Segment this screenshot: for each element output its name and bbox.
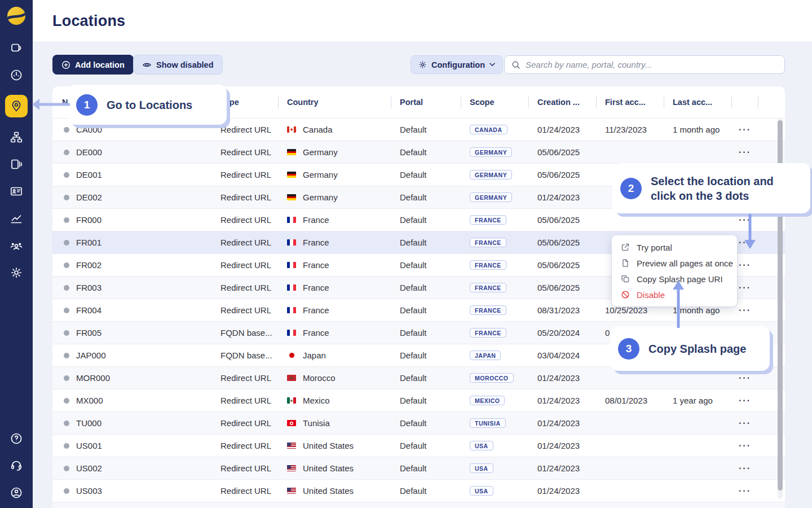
row-actions-button[interactable]: ··· (739, 373, 751, 383)
cell-country: Mexico (278, 396, 391, 405)
cell-type: Redirect URL (211, 260, 278, 270)
row-actions-button[interactable]: ··· (739, 125, 751, 134)
sidebar-nav-top (5, 41, 28, 280)
cell-first-access: 08/01/2023 (596, 396, 664, 405)
configuration-button[interactable]: Configuration (411, 55, 503, 74)
show-disabled-label: Show disabled (156, 60, 214, 69)
column-header-scope[interactable]: Scope (461, 86, 528, 118)
column-header-creation[interactable]: Creation ... (528, 86, 596, 118)
cell-country: United States (278, 486, 391, 496)
cell-name: MX000 (52, 396, 211, 405)
network-icon[interactable] (5, 130, 28, 144)
cell-country: France (278, 305, 391, 315)
settings-icon[interactable] (5, 265, 28, 280)
cell-scope: MOROCCO (461, 373, 528, 383)
table-row[interactable]: MX000Redirect URLMexicoDefaultMEXICO01/2… (52, 389, 785, 411)
row-actions-button[interactable]: ··· (739, 486, 751, 496)
scope-badge: USA (470, 486, 493, 496)
cell-portal: Default (391, 305, 461, 315)
country-flag-icon (287, 465, 296, 471)
account-icon[interactable] (5, 485, 28, 500)
row-actions-button[interactable]: ··· (739, 147, 751, 157)
cell-portal: Default (391, 215, 461, 225)
country-flag-icon (287, 149, 296, 155)
column-header-portal[interactable]: Portal (391, 86, 461, 118)
country-flag-icon (287, 172, 296, 178)
column-header-last-access[interactable]: Last acc... (664, 86, 731, 118)
cell-type: Redirect URL (211, 283, 278, 292)
menu-item-disable[interactable]: Disable (612, 287, 737, 303)
copy-icon (621, 274, 630, 283)
menu-item-try-portal[interactable]: Try portal (612, 239, 737, 255)
cell-name: FR001 (52, 238, 211, 247)
cell-name: FR000 (52, 215, 211, 225)
cell-type: Redirect URL (211, 125, 278, 134)
row-actions-button[interactable]: ··· (739, 396, 751, 405)
cell-country: Tunisia (278, 418, 391, 428)
menu-item-label: Copy Splash page URI (637, 274, 723, 284)
status-dot (64, 421, 69, 426)
locations-icon[interactable] (5, 95, 28, 117)
scope-badge: JAPAN (470, 351, 501, 361)
cell-scope: FRANCE (461, 260, 528, 270)
help-icon[interactable] (5, 431, 28, 446)
cell-portal: Default (391, 192, 461, 202)
cell-creation-date: 01/24/2023 (528, 373, 596, 383)
cell-creation-date: 01/24/2023 (528, 441, 596, 450)
add-location-label: Add location (75, 60, 125, 69)
table-row[interactable]: US002Redirect URLUnited StatesDefaultUSA… (52, 457, 785, 479)
portal-icon[interactable] (5, 41, 28, 55)
row-actions-button[interactable]: ··· (739, 260, 751, 270)
cell-portal: Default (391, 125, 461, 134)
row-actions-button[interactable]: ··· (739, 238, 751, 247)
status-dot (64, 398, 69, 404)
search-icon (511, 60, 520, 69)
analytics-icon[interactable] (5, 211, 28, 226)
search-input[interactable] (526, 60, 778, 69)
show-disabled-button[interactable]: Show disabled (133, 55, 223, 75)
row-actions-button[interactable]: ··· (739, 418, 751, 428)
table-row[interactable]: USA (52, 502, 785, 508)
status-dot (64, 217, 69, 223)
contact-card-icon[interactable] (5, 184, 28, 199)
cell-creation-date: 01/24/2023 (528, 463, 596, 473)
menu-item-preview-all-pages-at-once[interactable]: Preview all pages at once (612, 255, 737, 271)
column-header-country[interactable]: Country (278, 86, 391, 118)
users-icon[interactable] (5, 238, 28, 253)
country-flag-icon (287, 330, 296, 336)
country-flag-icon (287, 397, 296, 404)
cell-actions: ··· (731, 147, 758, 157)
brand-logo[interactable] (5, 5, 28, 27)
table-row[interactable]: US003Redirect URLUnited StatesDefaultUSA… (52, 479, 785, 502)
callout-text: Copy Splash page (648, 341, 746, 356)
scope-badge: FRANCE (470, 260, 506, 270)
table-row[interactable]: TU000Redirect URLTunisiaDefaultTUNISIA01… (52, 411, 785, 434)
cell-country: Japan (278, 351, 391, 360)
cell-scope: MEXICO (461, 396, 528, 406)
row-actions-button[interactable]: ··· (739, 441, 751, 450)
cell-type: Redirect URL (211, 396, 278, 405)
column-header-first-access[interactable]: First acc... (596, 86, 664, 118)
status-dot (64, 330, 69, 336)
scope-badge: USA (470, 441, 493, 451)
dashboard-icon[interactable] (5, 68, 28, 82)
row-actions-button[interactable]: ··· (739, 305, 751, 315)
add-location-button[interactable]: Add location (52, 55, 134, 75)
row-actions-button[interactable]: ··· (739, 215, 751, 225)
table-row[interactable]: DE000Redirect URLGermanyDefaultGERMANY05… (52, 141, 785, 163)
support-icon[interactable] (5, 458, 28, 473)
menu-item-copy-splash-page-uri[interactable]: Copy Splash page URI (612, 271, 737, 287)
panels-icon[interactable] (5, 157, 28, 172)
row-actions-button[interactable]: ··· (739, 463, 751, 473)
scope-badge: FRANCE (470, 305, 506, 316)
cell-actions: ··· (731, 215, 758, 225)
step-number-badge: 1 (76, 94, 98, 116)
cell-actions: ··· (731, 305, 758, 316)
row-actions-button[interactable]: ··· (739, 283, 751, 292)
cell-scope: USA (461, 486, 528, 496)
table-row[interactable]: US001Redirect URLUnited StatesDefaultUSA… (52, 434, 785, 457)
cell-creation-date: 05/06/2025 (528, 215, 596, 225)
cell-scope: USA (461, 441, 528, 451)
callout-text: Select the location and click on the 3 d… (651, 174, 798, 203)
status-dot (64, 172, 69, 178)
